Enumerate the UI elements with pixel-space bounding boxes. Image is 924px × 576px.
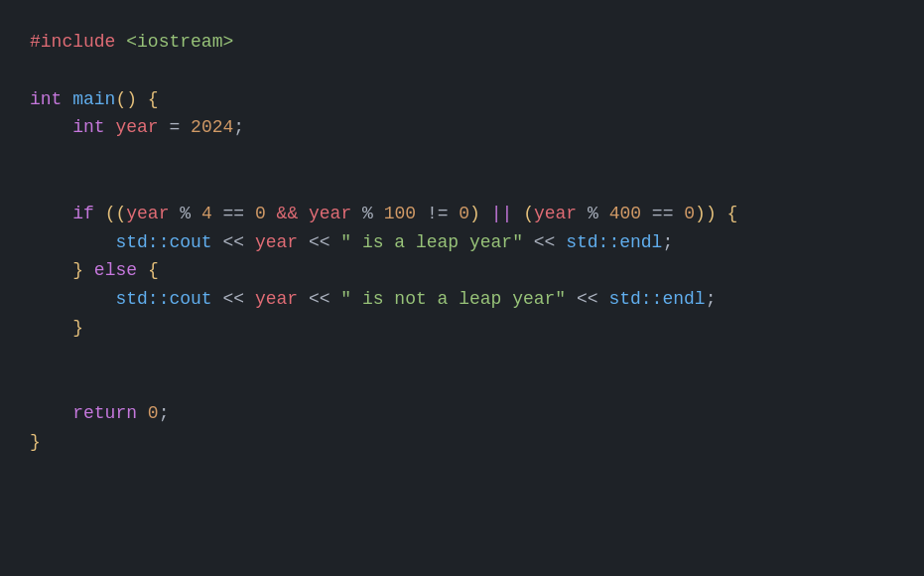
var-year: year [115,113,158,142]
blank-line [30,371,894,400]
blank-line [30,171,894,200]
line-if: if ((year % 4 == 0 && year % 100 != 0) |… [30,200,894,228]
string-leap: " is a leap year" [340,228,523,257]
code-editor: #include <iostream> int main() { int yea… [0,0,924,576]
include-header: <iostream> [126,28,233,57]
ns-endl2: std::endl [608,285,705,314]
number-zero: 0 [148,399,159,428]
blank-line [30,142,894,171]
include-directive: #include [30,28,115,57]
line-cout2: std::cout << year << " is not a leap yea… [30,285,894,314]
line-return: return 0; [30,399,894,428]
keyword-int: int [30,85,62,114]
line-cout1: std::cout << year << " is a leap year" <… [30,228,894,257]
line-include: #include <iostream> [30,28,894,57]
keyword-int2: int [72,113,104,142]
line-main: int main() { [30,85,894,114]
line-else: } else { [30,256,894,285]
string-not-leap: " is not a leap year" [340,285,566,314]
keyword-else: else [94,256,137,285]
ns-endl1: std::endl [566,228,662,257]
func-main: main [72,85,115,114]
blank-line [30,57,894,85]
blank-line [30,343,894,371]
ns-cout2: std::cout [115,285,211,314]
line-close-if: } [30,314,894,343]
line-close-main: } [30,428,894,457]
op-or: || [491,200,513,228]
ns-cout1: std::cout [115,228,211,257]
keyword-return: return [72,399,137,428]
op-and: && [277,200,299,228]
line-decl: int year = 2024; [30,113,894,142]
keyword-if: if [72,200,94,228]
number-2024: 2024 [191,113,233,142]
